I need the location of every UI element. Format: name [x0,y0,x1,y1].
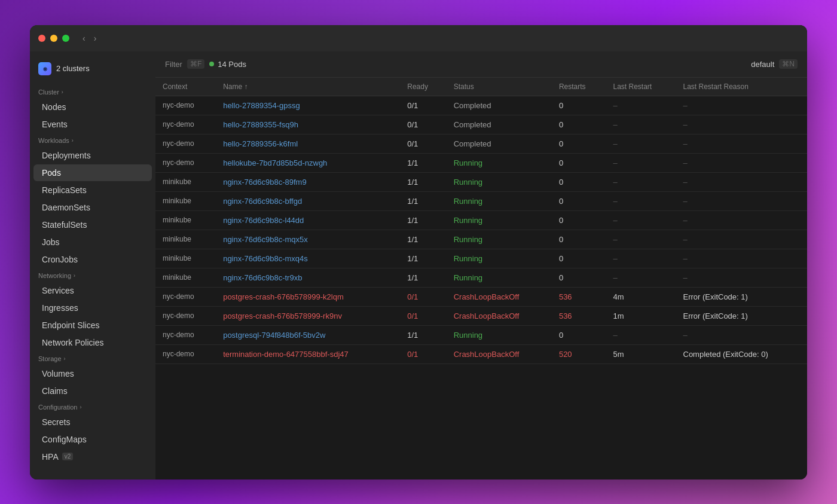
cell-name[interactable]: postgresql-794f848b6f-5bv2w [216,325,400,344]
sidebar-item-replicasets[interactable]: ReplicaSets [33,182,152,198]
cell-status: CrashLoopBackOff [447,287,552,306]
content-area: ⎈ 2 clusters Cluster › Nodes Events Work… [30,51,807,479]
cell-ready: 0/1 [400,344,446,364]
cell-context: nyc-demo [155,287,216,306]
table-row[interactable]: minikube nginx-76d6c9b8c-l44dd 1/1 Runni… [155,210,807,230]
sidebar-item-deployments[interactable]: Deployments [33,147,152,164]
cell-last-restart: – [606,230,676,249]
cell-name[interactable]: nginx-76d6c9b8c-bffgd [216,191,400,210]
sidebar-item-endpoint-slices[interactable]: Endpoint Slices [33,317,152,334]
sidebar-item-statefulsets[interactable]: StatefulSets [33,216,152,233]
cell-status: Completed [447,134,552,153]
cell-status: Running [447,249,552,268]
cell-last-restart-reason: Error (ExitCode: 1) [676,287,808,306]
table-row[interactable]: minikube nginx-76d6c9b8c-bffgd 1/1 Runni… [155,191,807,210]
cell-context: minikube [155,191,216,210]
cell-context: nyc-demo [155,325,216,344]
table-row[interactable]: minikube nginx-76d6c9b8c-89fm9 1/1 Runni… [155,172,807,191]
cell-last-restart: – [606,249,676,268]
main-content: Filter ⌘F 14 Pods default ⌘N [155,51,807,479]
cell-name[interactable]: postgres-crash-676b578999-k2lqm [216,287,400,306]
col-header-last-restart-reason: Last Restart Reason [676,78,808,96]
table-row[interactable]: minikube nginx-76d6c9b8c-mxq4s 1/1 Runni… [155,249,807,268]
cell-name[interactable]: hellokube-7bd7d85b5d-nzwgh [216,153,400,172]
maximize-button[interactable] [62,35,69,42]
col-header-context: Context [155,78,216,96]
cell-restarts: 0 [552,230,606,249]
cell-status: Running [447,268,552,287]
cell-status: Running [447,153,552,172]
cell-ready: 1/1 [400,268,446,287]
cell-status: CrashLoopBackOff [447,344,552,364]
pod-count-area: 14 Pods [209,60,246,69]
cell-status: Running [447,210,552,230]
sidebar-item-hpa[interactable]: HPA v2 [33,448,152,465]
cell-last-restart-reason: Error (ExitCode: 1) [676,306,808,325]
sidebar-item-claims[interactable]: Claims [33,383,152,399]
table-row[interactable]: minikube nginx-76d6c9b8c-tr9xb 1/1 Runni… [155,268,807,287]
cell-ready: 0/1 [400,115,446,134]
table-header-row: Context Name ↑ Ready Status Restarts Las… [155,78,807,96]
cell-name[interactable]: nginx-76d6c9b8c-mxq4s [216,249,400,268]
cell-name[interactable]: nginx-76d6c9b8c-tr9xb [216,268,400,287]
cell-name[interactable]: nginx-76d6c9b8c-89fm9 [216,172,400,191]
pod-status-dot [209,62,214,66]
cell-status: Running [447,191,552,210]
table-row[interactable]: nyc-demo hello-27889355-fsq9h 0/1 Comple… [155,115,807,134]
cell-restarts: 0 [552,115,606,134]
table-row[interactable]: nyc-demo hello-27889356-k6fml 0/1 Comple… [155,134,807,153]
table-row[interactable]: nyc-demo postgres-crash-676b578999-k2lqm… [155,287,807,306]
sidebar-item-events[interactable]: Events [33,116,152,133]
sidebar-item-services[interactable]: Services [33,282,152,299]
cell-last-restart: – [606,268,676,287]
cell-restarts: 0 [552,134,606,153]
sidebar-item-ingresses[interactable]: Ingresses [33,300,152,316]
table-row[interactable]: nyc-demo termination-demo-6477558bbf-sdj… [155,344,807,364]
cell-last-restart: – [606,153,676,172]
table-row[interactable]: nyc-demo hello-27889354-gpssg 0/1 Comple… [155,96,807,115]
chevron-icon: › [74,273,75,279]
namespace-area[interactable]: default ⌘N [751,59,798,69]
sidebar-item-nodes[interactable]: Nodes [33,99,152,115]
cell-name[interactable]: hello-27889354-gpssg [216,96,400,115]
cell-context: nyc-demo [155,344,216,364]
cell-last-restart: 4m [606,287,676,306]
sidebar-item-secrets[interactable]: Secrets [33,414,152,430]
cell-restarts: 0 [552,268,606,287]
table-row[interactable]: nyc-demo postgresql-794f848b6f-5bv2w 1/1… [155,325,807,344]
cell-last-restart: 5m [606,344,676,364]
cell-restarts: 0 [552,210,606,230]
cell-status: CrashLoopBackOff [447,306,552,325]
cell-restarts: 0 [552,172,606,191]
cell-context: minikube [155,249,216,268]
sidebar-item-volumes[interactable]: Volumes [33,365,152,382]
filter-area: Filter ⌘F 14 Pods [165,59,744,69]
section-header-workloads: Workloads › [30,133,155,146]
table-row[interactable]: minikube nginx-76d6c9b8c-mqx5x 1/1 Runni… [155,230,807,249]
col-header-restarts: Restarts [552,78,606,96]
cell-name[interactable]: termination-demo-6477558bbf-sdj47 [216,344,400,364]
cell-name[interactable]: nginx-76d6c9b8c-l44dd [216,210,400,230]
table-row[interactable]: nyc-demo hellokube-7bd7d85b5d-nzwgh 1/1 … [155,153,807,172]
forward-arrow[interactable]: › [91,32,99,44]
cell-name[interactable]: hello-27889356-k6fml [216,134,400,153]
cell-name[interactable]: postgres-crash-676b578999-rk9nv [216,306,400,325]
filter-label: Filter [165,60,182,69]
sidebar-item-jobs[interactable]: Jobs [33,234,152,251]
cell-name[interactable]: nginx-76d6c9b8c-mqx5x [216,230,400,249]
cell-last-restart: 1m [606,306,676,325]
cell-name[interactable]: hello-27889355-fsq9h [216,115,400,134]
pods-table-container: Context Name ↑ Ready Status Restarts Las… [155,78,807,479]
sidebar-item-pods[interactable]: Pods [33,164,152,181]
back-arrow[interactable]: ‹ [80,32,88,44]
table-row[interactable]: nyc-demo postgres-crash-676b578999-rk9nv… [155,306,807,325]
sidebar-item-configmaps[interactable]: ConfigMaps [33,431,152,448]
cell-restarts: 0 [552,249,606,268]
close-button[interactable] [38,35,45,42]
cell-last-restart: – [606,96,676,115]
minimize-button[interactable] [50,35,57,42]
cell-last-restart-reason: – [676,325,808,344]
sidebar-item-network-policies[interactable]: Network Policies [33,334,152,351]
sidebar-item-daemonsets[interactable]: DaemonSets [33,199,152,216]
sidebar-item-cronjobs[interactable]: CronJobs [33,251,152,268]
